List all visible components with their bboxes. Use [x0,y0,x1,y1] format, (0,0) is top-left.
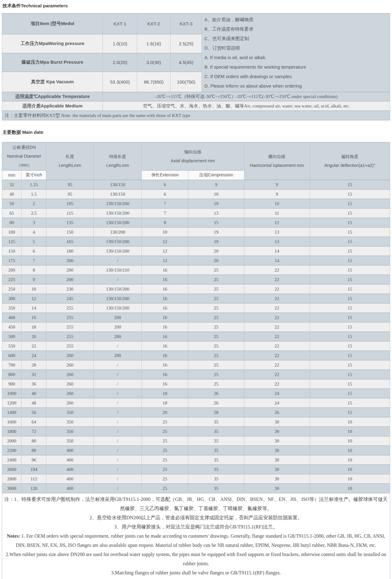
data-cell: 15 [310,256,390,265]
data-cell: 14 [244,256,310,265]
data-cell: 3 [21,218,46,227]
data-cell: 18 [142,398,188,408]
bottom-notes-cell: 注：1、特殊要求可按用户图纸制作，法兰标准采用GB/T9115.1-2000，可… [2,493,390,579]
data-cell: 2600 [2,465,21,474]
data-cell: / [93,417,141,427]
data-cell: / [93,360,141,370]
section-title-main-data: 主要数据 Main date [2,130,390,135]
data-cell: 120 [21,484,46,493]
data-cell: 10 [21,284,46,294]
data-cell: 15 [310,284,390,294]
data-cell: 15 [310,341,390,351]
table-row: 321.2595130/15069915 [2,180,390,190]
data-cell: 18 [142,389,188,398]
table-row: 240096400/25353010 [2,455,390,465]
data-cell: 64 [21,417,46,427]
data-cell: 16 [142,370,188,379]
data-cell: / [93,379,141,389]
data-cell: 300 [2,294,21,303]
vacuum-kxt1: 53.3(400) [103,72,137,92]
data-cell: 2.5 [21,209,46,218]
data-cell: 125 [2,237,21,246]
col-header-special-length: 特殊长度 LengthLmm [93,142,141,180]
data-cell: 30 [244,446,310,455]
data-cell: 130/150/200 [93,237,141,246]
data-cell: 16 [142,322,188,332]
data-cell: 15 [310,408,390,417]
nominal-diameter-cn: 公称通径DN [3,143,45,152]
data-cell: 22 [244,265,310,275]
data-cell: 350 [46,427,94,436]
data-cell: 3000 [2,484,21,493]
applicable-temperature-value: -20℃~+115℃（特殊可达-30℃~+250℃）-20℃~+115℃(-30… [103,92,390,101]
data-cell: 16 [142,303,188,313]
data-cell: 16 [142,294,188,303]
data-cell: 30 [244,484,310,493]
bottom-notes-row: 注：1、特殊要求可按用户图纸制作，法兰标准采用GB/T9115.1-2000，可… [2,493,390,579]
data-cell: 10 [310,465,390,474]
main-data-rows: 321.2595130/15069915401.595130/150610915… [2,180,390,493]
data-cell: 15 [310,218,390,227]
data-cell: / [93,484,141,493]
data-cell: 25 [188,294,244,303]
data-cell: / [93,370,141,379]
data-cell: 35 [188,417,244,427]
table-row: 1506180130/150/20012201415 [2,246,390,256]
ordering-note-line: D、订货时需说明 [204,43,387,53]
data-cell: 15 [310,370,390,379]
data-cell: 5 [21,237,46,246]
data-cell: 2400 [2,455,21,465]
data-cell: 12 [142,256,188,265]
data-cell: 400 [46,484,94,493]
data-cell: 105 [46,199,94,209]
table-row: 200080350/25353010 [2,436,390,446]
data-cell: 96 [21,455,46,465]
data-cell: 350 [46,436,94,446]
data-cell: 100 [2,227,21,237]
section-title-technical-parameters: 技术条件Technical parameters [2,3,390,9]
data-cell: 2 [21,199,46,209]
data-cell: 15 [310,313,390,322]
data-cell: 400 [2,313,21,322]
data-cell: 350 [46,408,94,417]
applicable-medium-value: 空气、压缩空气、水、海水、热水、油、酸、碱等Air, compressed ai… [103,101,390,111]
data-cell: 28 [21,360,46,370]
data-cell: / [93,389,141,398]
data-cell: 200 [46,265,94,275]
data-cell: 10 [310,455,390,465]
data-cell: 18 [21,322,46,332]
table-row: 70028260/16252215 [2,360,390,370]
data-cell: 25 [188,275,244,284]
data-cell: 15 [310,351,390,360]
data-cell: 350 [46,417,94,427]
model-kxt-2: KXT-2 [137,13,170,34]
data-cell: 255 [46,332,94,341]
col-header-horizontal-displacement: 横向位移 Haorizontal isplacement mm [244,142,310,180]
data-cell: / [93,455,141,465]
data-cell: 88 [21,446,46,455]
table-row: 502105130/150/2007101015 [2,199,390,209]
data-cell: 28 [188,408,244,417]
data-cell: 260 [46,398,94,408]
data-cell: 36 [21,379,46,389]
data-cell: 80 [21,436,46,446]
data-cell: 135 [46,218,94,227]
data-cell: 7 [21,256,46,265]
data-cell: 20 [188,256,244,265]
data-cell: 72 [21,427,46,436]
data-cell: 115 [46,209,94,218]
note-line-cn: 2、悬空给水使用DN200以上产品，管道必须有固定支撑或固定托架，否则产品应安装… [4,513,388,522]
data-cell: 13 [244,237,310,246]
data-cell: 22 [244,341,310,351]
ordering-note-line: B. If special requirements for working t… [204,62,387,72]
data-cell: 25 [188,341,244,351]
data-cell: 260 [46,389,94,398]
data-cell: 25 [188,351,244,360]
data-cell: 15 [310,275,390,284]
ordering-note-line: A、如介质油，酸碱物质 [204,15,387,24]
table-row: 1255165130/150/20012191315 [2,237,390,246]
table-row: 652.5115130/150/2007131115 [2,209,390,218]
materials-footnote: 注：主要零件材料同KXT型 Note: the materials of mai… [2,111,390,120]
data-cell: 9 [244,180,310,190]
note-line-cn: 3、用户使用橡胶接头，对应法兰应是阀门法兰或符合GB/T9115.1(RF)法兰… [4,522,388,532]
